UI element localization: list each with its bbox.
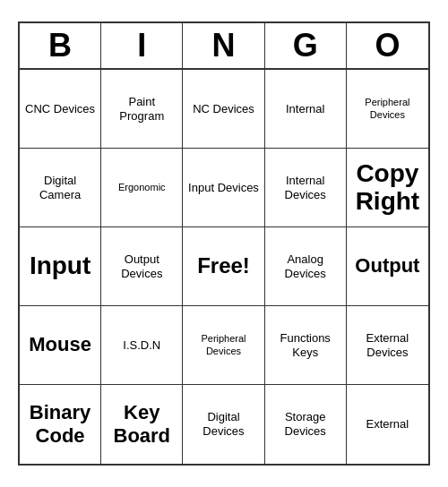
bingo-cell: Analog Devices [265, 227, 347, 306]
bingo-cell: I.S.D.N [101, 306, 183, 385]
bingo-cell: Input [20, 227, 101, 306]
bingo-cell: Internal [265, 70, 347, 149]
bingo-cell: Free! [183, 227, 264, 306]
bingo-cell: Paint Program [101, 70, 183, 149]
bingo-cell: External [347, 385, 428, 464]
bingo-header: BINGO [20, 23, 428, 70]
bingo-cell: Peripheral Devices [183, 306, 264, 385]
bingo-cell: Mouse [20, 306, 101, 385]
bingo-cell: Digital Devices [183, 385, 264, 464]
bingo-cell: CopyRight [347, 149, 428, 227]
bingo-cell: Functions Keys [265, 306, 347, 385]
bingo-cell: NC Devices [183, 70, 264, 149]
header-letter: N [183, 23, 264, 68]
bingo-cell: Peripheral Devices [347, 70, 428, 149]
bingo-cell: Output Devices [101, 227, 183, 306]
bingo-cell: Storage Devices [265, 385, 347, 464]
header-letter: G [265, 23, 347, 68]
header-letter: O [347, 23, 428, 68]
bingo-grid: CNC DevicesPaint ProgramNC DevicesIntern… [20, 70, 428, 464]
bingo-card: BINGO CNC DevicesPaint ProgramNC Devices… [18, 21, 430, 466]
bingo-cell: KeyBoard [101, 385, 183, 464]
header-letter: B [20, 23, 101, 68]
header-letter: I [101, 23, 183, 68]
bingo-cell: Internal Devices [265, 149, 347, 227]
bingo-cell: Input Devices [183, 149, 264, 227]
bingo-cell: BinaryCode [20, 385, 101, 464]
bingo-cell: Digital Camera [20, 149, 101, 227]
bingo-cell: External Devices [347, 306, 428, 385]
bingo-cell: CNC Devices [20, 70, 101, 149]
bingo-cell: Output [347, 227, 428, 306]
bingo-cell: Ergonomic [101, 149, 183, 227]
